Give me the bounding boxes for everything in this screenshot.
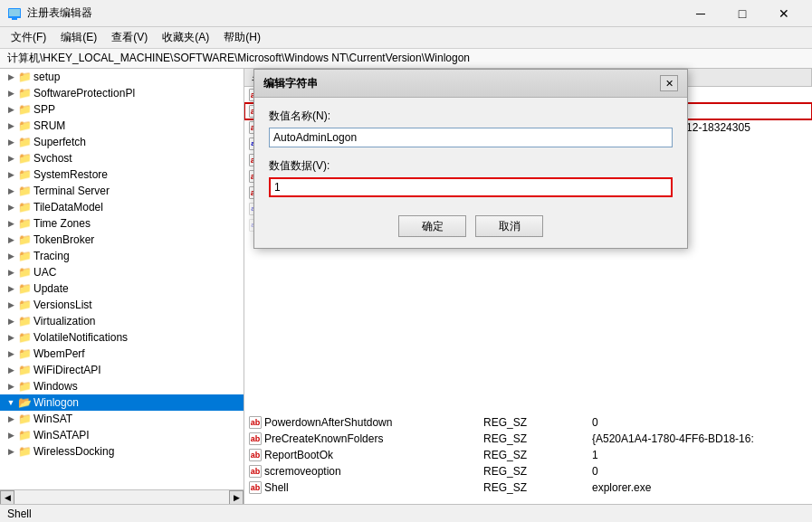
tree-label: VersionsList [33,299,92,311]
tree-label: WinSATAPI [33,429,90,441]
folder-icon: 📂 [18,396,32,409]
close-button[interactable]: ✕ [763,0,805,27]
expand-icon: ▶ [4,330,18,345]
expand-icon: ▶ [4,119,18,133]
registry-row-preknown[interactable]: ab PreCreateKnownFolders REG_SZ {A520A1A… [244,431,812,447]
tree-item-setup[interactable]: ▶ 📁 setup [0,69,244,85]
scroll-left-btn[interactable]: ◀ [0,490,14,505]
folder-icon: 📁 [18,299,32,311]
dialog-confirm-button[interactable]: 确定 [398,215,466,237]
tree-item-superfetch[interactable]: ▶ 📁 Superfetch [0,134,244,150]
tree-item-timezones[interactable]: ▶ 📁 Time Zones [0,215,244,232]
menu-edit[interactable]: 编辑(E) [53,28,104,47]
registry-row-reportbootok[interactable]: ab ReportBootOk REG_SZ 1 [244,447,812,463]
address-text: 计算机\HKEY_LOCAL_MACHINE\SOFTWARE\Microsof… [7,51,470,66]
menu-help[interactable]: 帮助(H) [216,28,268,47]
tree-label: Windows [33,380,78,393]
tree-item-versionslist[interactable]: ▶ 📁 VersionsList [0,297,244,313]
edit-string-dialog: 编辑字符串 ✕ 数值名称(N): 数值数据(V): 确定 取消 [253,69,688,249]
tree-item-winsatapi[interactable]: ▶ 📁 WinSATAPI [0,427,244,443]
folder-icon: 📁 [18,282,32,295]
dialog-close-button[interactable]: ✕ [660,75,678,91]
tree-label: Time Zones [33,217,91,230]
folder-icon: 📁 [18,347,32,360]
folder-icon: 📁 [18,185,32,197]
maximize-button[interactable]: □ [721,0,763,27]
tree-label: Winlogon [33,396,79,409]
folder-icon: 📁 [18,201,32,214]
menu-file[interactable]: 文件(F) [4,28,53,47]
dialog-data-input[interactable] [269,177,673,197]
tree-item-virtualization[interactable]: ▶ 📁 Virtualization [0,313,244,329]
folder-icon: 📁 [18,364,32,376]
tree-item-tiledatamodel[interactable]: ▶ 📁 TileDataModel [0,199,244,215]
title-bar: 注册表编辑器 ─ □ ✕ [0,0,812,27]
tree-label: SystemRestore [33,168,108,181]
scroll-right-btn[interactable]: ▶ [229,490,244,505]
tree-label: TileDataModel [33,201,103,214]
dialog-name-input[interactable] [269,128,673,147]
tree-item-winsat[interactable]: ▶ 📁 WinSAT [0,411,244,427]
folder-icon: 📁 [18,315,32,327]
menu-favorites[interactable]: 收藏夹(A) [155,28,216,47]
tree-item-update[interactable]: ▶ 📁 Update [0,280,244,297]
tree-label: Update [33,282,69,295]
reg-type: REG_SZ [480,416,588,429]
tree-panel: ▶ 📁 setup ▶ 📁 SoftwareProtectionPl ▶ 📁 S… [0,69,244,504]
tree-label: setup [33,71,60,83]
expand-icon: ▶ [4,102,18,117]
tree-label: UAC [33,266,56,279]
tree-item-volatile[interactable]: ▶ 📁 VolatileNotifications [0,329,244,346]
tree-label: VolatileNotifications [33,331,128,344]
folder-icon: 📁 [18,266,32,279]
dialog-body: 数值名称(N): 数值数据(V): 确定 取消 [254,98,687,248]
minimize-button[interactable]: ─ [680,0,721,27]
registry-row-shell[interactable]: ab Shell REG_SZ explorer.exe [244,479,812,496]
folder-icon: 📁 [18,168,32,181]
expand-icon: ▶ [4,249,18,263]
expand-icon: ▶ [4,363,18,377]
tree-item-terminal-server[interactable]: ▶ 📁 Terminal Server [0,183,244,199]
tree-item-windows[interactable]: ▶ 📁 Windows [0,378,244,394]
tree-item-svchost[interactable]: ▶ 📁 Svchost [0,150,244,166]
folder-icon: 📁 [18,380,32,393]
tree-item-spp2[interactable]: ▶ 📁 SoftwareProtectionPl [0,85,244,101]
tree-item-winlogon[interactable]: ▼ 📂 Winlogon [0,394,244,411]
reg-type: REG_SZ [480,465,588,478]
folder-icon: 📁 [18,119,32,132]
dialog-cancel-button[interactable]: 取消 [475,215,543,237]
folder-icon: 📁 [18,429,32,441]
reg-data: {A520A1A4-1780-4FF6-BD18-16: [588,432,812,445]
expand-icon: ▶ [4,428,18,442]
dialog-name-label: 数值名称(N): [269,109,673,124]
folder-icon: 📁 [18,71,32,83]
folder-icon: 📁 [18,87,32,100]
tree-label: Svchost [33,152,72,165]
menu-bar: 文件(F) 编辑(E) 查看(V) 收藏夹(A) 帮助(H) [0,27,812,49]
tree-item-wirelessdocking[interactable]: ▶ 📁 WirelessDocking [0,443,244,460]
expand-icon: ▶ [4,346,18,361]
registry-row-scremove[interactable]: ab scremoveoption REG_SZ 0 [244,463,812,479]
expand-icon: ▶ [4,86,18,100]
tree-item-tracing[interactable]: ▶ 📁 Tracing [0,248,244,264]
menu-view[interactable]: 查看(V) [104,28,155,47]
expand-icon: ▼ [4,395,18,410]
reg-type: REG_SZ [480,449,588,461]
reg-name: ReportBootOk [264,449,333,461]
tree-item-wbemperf[interactable]: ▶ 📁 WbemPerf [0,346,244,362]
svg-rect-1 [9,9,20,16]
ab-icon: ab [248,415,263,430]
tree-item-spp[interactable]: ▶ 📁 SPP [0,101,244,118]
tree-item-systemrestore[interactable]: ▶ 📁 SystemRestore [0,166,244,183]
tree-label: WirelessDocking [33,445,114,458]
tree-label: TokenBroker [33,233,94,246]
ab-icon: ab [248,480,263,495]
expand-icon: ▶ [4,444,18,459]
folder-icon: 📁 [18,217,32,230]
reg-name: Shell [264,481,289,494]
registry-row-powerdown[interactable]: ab PowerdownAfterShutdown REG_SZ 0 [244,414,812,431]
tree-item-wifidirect[interactable]: ▶ 📁 WiFiDirectAPI [0,362,244,378]
tree-item-uac[interactable]: ▶ 📁 UAC [0,264,244,280]
tree-item-srum[interactable]: ▶ 📁 SRUM [0,118,244,134]
tree-item-tokenbroker[interactable]: ▶ 📁 TokenBroker [0,232,244,248]
